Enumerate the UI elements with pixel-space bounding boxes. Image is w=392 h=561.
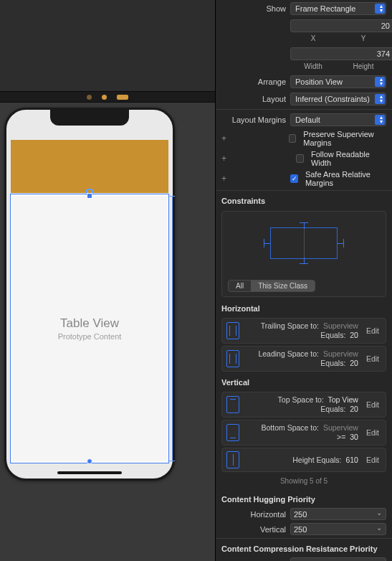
edit-button[interactable]: Edit bbox=[364, 400, 381, 409]
add-trait-button[interactable]: + bbox=[221, 174, 229, 184]
height-ruler bbox=[172, 196, 173, 461]
seg-this-size-class[interactable]: This Size Class bbox=[251, 280, 315, 291]
vertical-header: Vertical bbox=[216, 374, 392, 390]
constraint-height-icon bbox=[226, 451, 239, 468]
seg-all[interactable]: All bbox=[229, 280, 251, 291]
constraint-trailing-icon bbox=[226, 322, 239, 339]
table-view-selection[interactable]: Table View Prototype Content bbox=[11, 194, 168, 463]
arrange-label: Arrange bbox=[221, 77, 286, 86]
safe-area-checkbox[interactable]: ✓ bbox=[290, 174, 297, 183]
constraints-header: Constraints bbox=[216, 192, 392, 208]
x-sublabel: X bbox=[290, 34, 336, 42]
constraint-trailing[interactable]: Trailing Space to: Superview Equals: 20 … bbox=[221, 318, 386, 344]
constraint-height[interactable]: Height Equals: 610 Edit bbox=[221, 448, 386, 472]
edit-button[interactable]: Edit bbox=[364, 354, 381, 363]
device-frame: Table View Prototype Content bbox=[4, 108, 175, 481]
constraint-leading-icon bbox=[226, 350, 239, 367]
constraint-top-icon bbox=[226, 396, 239, 413]
show-value: Frame Rectangle bbox=[295, 3, 355, 14]
constraint-top[interactable]: Top Space to: Top View Equals: 20 Edit bbox=[221, 392, 386, 418]
device-notch bbox=[50, 110, 129, 126]
canvas-toolbar bbox=[0, 91, 215, 103]
width-field[interactable]: ▲▼ bbox=[290, 47, 392, 60]
toolbar-pill-icon bbox=[117, 95, 128, 100]
constraint-bottom-icon bbox=[226, 424, 239, 441]
readable-width-checkbox[interactable] bbox=[296, 154, 304, 163]
show-dropdown[interactable]: Frame Rectangle ▴▾ bbox=[290, 2, 386, 15]
hugging-h-label: Horizontal bbox=[221, 510, 286, 519]
top-view[interactable] bbox=[11, 140, 168, 193]
layout-margins-label: Layout Margins bbox=[221, 116, 286, 124]
width-input[interactable] bbox=[291, 50, 392, 58]
table-view-title: Table View bbox=[60, 316, 119, 331]
table-view-subtitle: Prototype Content bbox=[58, 332, 122, 341]
readable-width-label: Follow Readable Width bbox=[311, 150, 386, 167]
safe-area-label: Safe Area Relative Margins bbox=[305, 170, 386, 187]
toolbar-dot-icon bbox=[102, 95, 107, 100]
layout-dropdown[interactable]: Inferred (Constraints)▴▾ bbox=[290, 93, 386, 105]
hugging-h-input[interactable]: 250 bbox=[290, 508, 386, 520]
constraint-bottom[interactable]: Bottom Space to: Superview >= 30 Edit bbox=[221, 420, 386, 446]
hugging-v-label: Vertical bbox=[221, 525, 286, 534]
layout-label: Layout bbox=[221, 95, 286, 103]
constraint-leading[interactable]: Leading Space to: Superview Equals: 20 E… bbox=[221, 346, 386, 372]
add-trait-button[interactable]: + bbox=[221, 154, 229, 164]
layout-margins-dropdown[interactable]: Default▴▾ bbox=[290, 113, 386, 126]
showing-count: Showing 5 of 5 bbox=[216, 474, 392, 491]
canvas-background bbox=[0, 0, 215, 91]
preserve-superview-checkbox[interactable] bbox=[289, 134, 296, 143]
edit-button[interactable]: Edit bbox=[364, 326, 381, 335]
preserve-superview-label: Preserve Superview Margins bbox=[303, 130, 386, 147]
add-trait-button[interactable]: + bbox=[221, 133, 229, 143]
edit-button[interactable]: Edit bbox=[364, 456, 381, 464]
x-field[interactable]: ▲▼ bbox=[290, 19, 392, 32]
compression-h-input[interactable]: 750 bbox=[290, 557, 386, 561]
hugging-header: Content Hugging Priority bbox=[216, 491, 392, 506]
home-indicator bbox=[57, 471, 122, 474]
interface-builder-canvas[interactable]: Table View Prototype Content bbox=[0, 0, 215, 561]
y-sublabel: Y bbox=[340, 34, 386, 42]
selection-handle-top[interactable] bbox=[87, 193, 92, 199]
edit-button[interactable]: Edit bbox=[364, 428, 381, 437]
horizontal-header: Horizontal bbox=[216, 300, 392, 316]
toolbar-dot-icon bbox=[87, 95, 92, 100]
selection-handle-bottom[interactable] bbox=[87, 458, 92, 464]
hugging-v-input[interactable]: 250 bbox=[290, 523, 386, 535]
x-input[interactable] bbox=[291, 22, 392, 30]
height-sublabel: Height bbox=[340, 62, 386, 70]
show-label: Show bbox=[221, 4, 286, 13]
width-sublabel: Width bbox=[290, 62, 336, 70]
constraints-diagram[interactable]: All This Size Class bbox=[221, 211, 386, 297]
size-class-segmented[interactable]: All This Size Class bbox=[228, 280, 315, 292]
size-inspector: Show Frame Rectangle ▴▾ ▲▼ ▲▼ XY ▲▼ ▲▼ W… bbox=[215, 0, 392, 561]
arrange-dropdown[interactable]: Position View▴▾ bbox=[290, 75, 386, 88]
compression-header: Content Compression Resistance Priority bbox=[216, 540, 392, 556]
